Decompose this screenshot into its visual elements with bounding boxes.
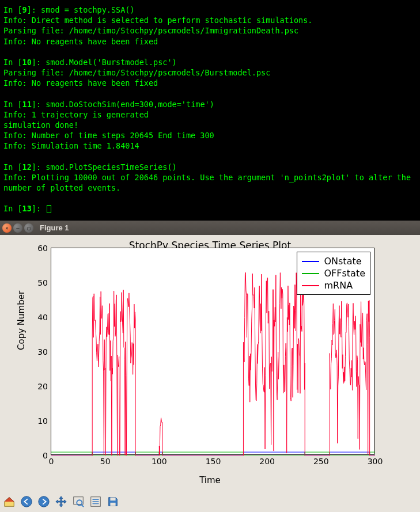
y-tick-label: 20 [34, 382, 51, 391]
y-tick-label: 50 [34, 278, 51, 287]
output-line: Info: Number of time steps 20645 End tim… [3, 130, 417, 141]
home-icon [3, 495, 16, 508]
legend-swatch [302, 273, 319, 274]
minimize-icon[interactable]: – [13, 223, 22, 233]
svg-point-0 [21, 496, 32, 507]
svg-rect-6 [110, 503, 115, 506]
output-line: Info: No reagents have been fixed [3, 36, 417, 47]
legend-swatch [302, 261, 319, 262]
matplotlib-toolbar [0, 491, 420, 512]
output-line: Info: Plotting 10000 out of 20646 points… [3, 172, 417, 193]
legend: ONstateOFFstatemRNA [297, 252, 370, 295]
legend-label: mRNA [324, 280, 353, 291]
arrow-left-icon [20, 495, 33, 508]
move-icon [55, 495, 67, 508]
output-line: Parsing file: /home/timo/Stochpy/pscmode… [3, 67, 417, 78]
zoom-icon [72, 495, 85, 508]
ipython-terminal[interactable]: In [9]: smod = stochpy.SSA()Info: Direct… [0, 0, 420, 221]
svg-rect-5 [110, 498, 115, 501]
legend-swatch [302, 285, 319, 286]
y-tick-label: 40 [34, 313, 51, 322]
window-title: Figure 1 [40, 223, 69, 232]
cursor [47, 205, 51, 213]
x-tick-label: 100 [152, 454, 167, 466]
maximize-icon[interactable]: ▢ [24, 223, 33, 233]
blank-line [3, 89, 417, 99]
legend-entry: OFFstate [302, 268, 365, 279]
y-axis-label: Copy Number [16, 291, 27, 350]
x-tick-label: 300 [368, 454, 383, 466]
close-icon[interactable]: ✕ [2, 223, 12, 233]
plot-area: ONstateOFFstatemRNA 01020304050600501001… [51, 248, 374, 455]
prompt-line: In [12]: smod.PlotSpeciesTimeSeries() [3, 162, 417, 172]
configure-icon [89, 495, 102, 508]
output-line: Info: Simulation time 1.84014 [3, 141, 417, 151]
x-axis-label: Time [0, 475, 420, 486]
save-icon [107, 495, 119, 508]
prompt-line[interactable]: In [13]: [3, 203, 417, 214]
home-button[interactable] [1, 494, 17, 510]
blank-line [3, 151, 417, 162]
legend-label: ONstate [324, 256, 361, 267]
legend-label: OFFstate [324, 268, 365, 279]
window-titlebar: ✕ – ▢ Figure 1 [0, 221, 420, 235]
svg-point-1 [39, 496, 49, 507]
output-line: Info: 1 trajectory is generated [3, 109, 417, 120]
x-tick-label: 50 [100, 454, 111, 466]
x-tick-label: 150 [206, 454, 221, 466]
save-button[interactable] [105, 494, 121, 510]
y-tick-label: 10 [34, 416, 51, 426]
pan-button[interactable] [53, 494, 69, 510]
output-line: simulation done! [3, 120, 417, 130]
back-button[interactable] [18, 494, 35, 510]
legend-entry: mRNA [302, 280, 365, 291]
configure-button[interactable] [88, 494, 104, 510]
x-tick-label: 200 [259, 454, 275, 466]
y-tick-label: 30 [34, 347, 51, 356]
blank-line [3, 193, 417, 203]
figure-window: ✕ – ▢ Figure 1 StochPy Species Time Seri… [0, 221, 420, 512]
y-tick-label: 60 [34, 244, 51, 253]
plot-container: StochPy Species Time Series Plot Copy Nu… [0, 235, 420, 491]
blank-line [3, 47, 417, 57]
zoom-button[interactable] [70, 494, 86, 510]
x-tick-label: 250 [313, 454, 329, 466]
x-tick-label: 0 [49, 454, 54, 466]
prompt-line: In [11]: smod.DoStochSim(end=300,mode='t… [3, 99, 417, 109]
output-line: Info: Direct method is selected to perfo… [3, 15, 417, 25]
forward-button[interactable] [36, 494, 52, 510]
prompt-line: In [10]: smod.Model('Burstmodel.psc') [3, 57, 417, 67]
legend-entry: ONstate [302, 256, 365, 267]
prompt-line: In [9]: smod = stochpy.SSA() [3, 5, 417, 15]
arrow-right-icon [37, 495, 50, 508]
output-line: Parsing file: /home/timo/Stochpy/pscmode… [3, 25, 417, 36]
output-line: Info: No reagents have been fixed [3, 78, 417, 88]
